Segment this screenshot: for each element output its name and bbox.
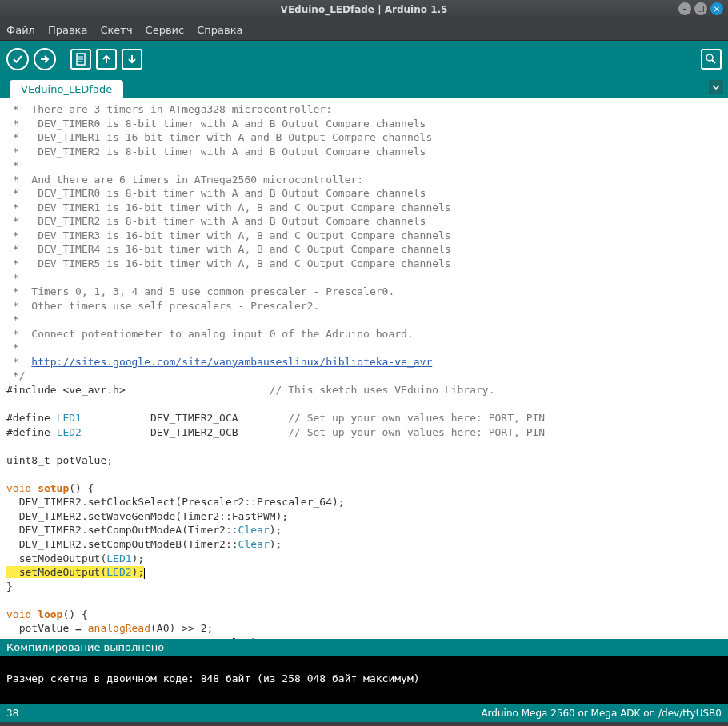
console-line: Размер скетча в двоичном коде: 848 байт … [6, 672, 722, 684]
menu-edit[interactable]: Правка [48, 24, 87, 36]
open-button[interactable] [96, 49, 117, 70]
verify-button[interactable] [6, 48, 29, 70]
magnifier-icon [705, 53, 718, 66]
stmt-line: DEV_TIMER2.setCompOutModeB(Timer2::Clear… [6, 537, 722, 552]
comment-line: * Timers 0, 1, 3, 4 and 5 use common pre… [6, 285, 722, 299]
arrow-down-icon [126, 54, 138, 65]
stmt-line: DEV_TIMER2.setOutputCompareA(potValue); [6, 636, 722, 639]
func-line: void loop() { [6, 608, 722, 622]
menubar: Файл Правка Скетч Сервис Справка [0, 19, 728, 41]
maximize-button[interactable]: ❐ [694, 2, 707, 15]
comment-line: * DEV_TIMER0 is 8-bit timer with A and B… [6, 117, 722, 131]
comment-line: * DEV_TIMER5 is 16-bit timer with A, B a… [6, 257, 722, 271]
comment-line: * DEV_TIMER1 is 16-bit timer with A, B a… [6, 201, 722, 215]
new-button[interactable] [70, 49, 91, 70]
minimize-button[interactable]: – [678, 2, 691, 15]
compile-status-bar: Компилирование выполнено [0, 639, 728, 656]
menu-service[interactable]: Сервис [146, 24, 185, 36]
serial-monitor-button[interactable] [701, 49, 722, 70]
window-titlebar: VEduino_LEDfade | Arduino 1.5 – ❐ ✕ [0, 0, 728, 19]
comment-line: * And there are 6 timers in ATmega2560 m… [6, 173, 722, 187]
menu-file[interactable]: Файл [6, 24, 35, 36]
include-line: #include <ve_avr.h> // This sketch uses … [6, 383, 722, 397]
blank-line [6, 467, 722, 481]
blank-line [6, 439, 722, 453]
stmt-line: DEV_TIMER2.setCompOutModeA(Timer2::Clear… [6, 523, 722, 537]
file-icon [75, 53, 86, 66]
check-icon [12, 54, 23, 65]
window-controls: – ❐ ✕ [678, 2, 723, 15]
stmt-line: setModeOutput(LED1); [6, 552, 722, 566]
board-info: Arduino Mega 2560 or Mega ADK on /dev/tt… [481, 708, 722, 719]
comment-link-line: * http://sites.google.com/site/vanyambau… [6, 355, 722, 369]
tab-dropdown-button[interactable] [709, 80, 723, 94]
blank-line [6, 593, 722, 608]
define-line: #define LED1 DEV_TIMER2_OCA // Set up yo… [6, 411, 722, 425]
arrow-right-icon [39, 54, 50, 65]
comment-line: * DEV_TIMER3 is 16-bit timer with A, B a… [6, 229, 722, 243]
comment-line: * DEV_TIMER2 is 8-bit timer with A and B… [6, 214, 722, 229]
close-button[interactable]: ✕ [710, 2, 723, 15]
window-title: VEduino_LEDfade | Arduino 1.5 [281, 4, 448, 15]
comment-line: * Other timers use self prescalers - Pre… [6, 299, 722, 313]
define-line: #define LED2 DEV_TIMER2_OCB // Set up yo… [6, 425, 722, 440]
comment-line: */ [6, 369, 722, 383]
comment-line: * There are 3 timers in ATmega328 microc… [6, 102, 722, 117]
comment-line: * Connect potentiometer to analog input … [6, 327, 722, 341]
upload-button[interactable] [34, 48, 56, 70]
blank-line [6, 397, 722, 411]
func-line: void setup() { [6, 481, 722, 496]
code-editor[interactable]: * There are 3 timers in ATmega328 microc… [0, 98, 728, 639]
chevron-down-icon [712, 85, 720, 90]
svg-point-1 [706, 54, 713, 61]
menu-sketch[interactable]: Скетч [100, 24, 132, 36]
arrow-up-icon [101, 54, 112, 65]
stmt-line: DEV_TIMER2.setClockSelect(Prescaler2::Pr… [6, 495, 722, 509]
comment-line: * DEV_TIMER1 is 16-bit timer with A and … [6, 130, 722, 145]
toolbar [0, 41, 728, 77]
compile-status-text: Компилирование выполнено [6, 641, 164, 653]
comment-line: * DEV_TIMER0 is 8-bit timer with A and B… [6, 186, 722, 201]
stmt-highlighted-line: setModeOutput(LED2); [6, 565, 722, 580]
menu-help[interactable]: Справка [197, 24, 242, 36]
tabbar: VEduino_LEDfade [0, 77, 728, 98]
text-cursor [144, 568, 145, 579]
save-button[interactable] [122, 49, 142, 70]
stmt-line: potValue = analogRead(A0) >> 2; [6, 621, 722, 636]
comment-line: * [6, 158, 722, 173]
bottom-status-bar: 38 Arduino Mega 2560 or Mega ADK on /dev… [0, 704, 728, 722]
comment-line: * DEV_TIMER2 is 8-bit timer with A and B… [6, 145, 722, 159]
line-number: 38 [6, 708, 18, 719]
comment-line: * [6, 271, 722, 285]
console-output[interactable]: Размер скетча в двоичном коде: 848 байт … [0, 656, 728, 704]
url-link[interactable]: http://sites.google.com/site/vanyambause… [31, 356, 432, 368]
comment-line: * [6, 341, 722, 355]
var-line: uint8_t potValue; [6, 453, 722, 468]
comment-line: * [6, 313, 722, 327]
comment-line: * DEV_TIMER4 is 16-bit timer with A, B a… [6, 242, 722, 257]
brace-line: } [6, 580, 722, 594]
stmt-line: DEV_TIMER2.setWaveGenMode(Timer2::FastPW… [6, 509, 722, 524]
tab-sketch[interactable]: VEduino_LEDfade [10, 80, 123, 98]
